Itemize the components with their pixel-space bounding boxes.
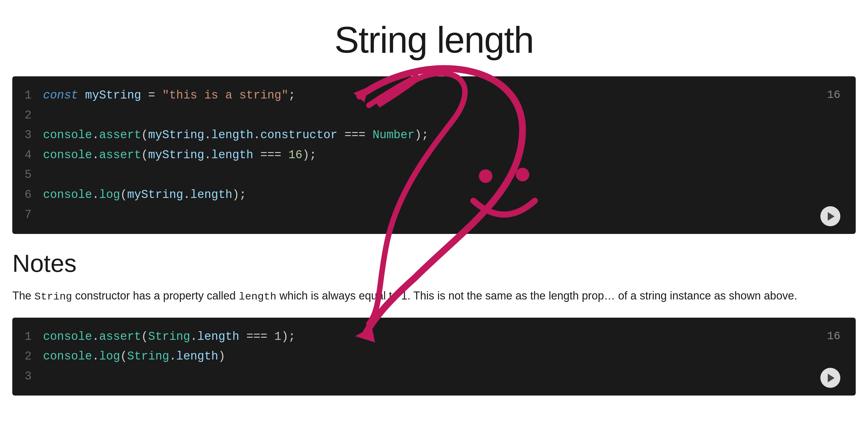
notes-heading: Notes	[12, 249, 856, 278]
output-badge-1: 16	[827, 86, 840, 104]
run-button-1[interactable]	[820, 206, 840, 226]
line-number-1: 1	[25, 86, 34, 106]
code-block-1: 16 1 const myString = "this is a string"…	[12, 76, 856, 234]
code-content-4: console.assert(myString.length === 16);	[43, 145, 843, 165]
code-block2-line-number-2: 2	[25, 346, 34, 367]
line-number-7: 7	[25, 205, 34, 225]
line-number-6: 6	[25, 185, 34, 205]
run-button-2[interactable]	[820, 368, 840, 388]
code-block2-line-3: 3	[25, 367, 843, 387]
code-line-4: 4 console.assert(myString.length === 16)…	[25, 145, 843, 165]
code-block2-line-number-3: 3	[25, 367, 34, 387]
code-line-3: 3 console.assert(myString.length.constru…	[25, 125, 843, 145]
code-content-7	[43, 205, 843, 225]
line-number-5: 5	[25, 165, 34, 185]
line-number-3: 3	[25, 125, 34, 145]
output-badge-2: 16	[827, 327, 840, 346]
page-title: String length	[12, 19, 856, 61]
code-content-1: const myString = "this is a string";	[43, 86, 843, 106]
code-block2-content-1: console.assert(String.length === 1);	[43, 327, 843, 347]
code-block2-line-number-1: 1	[25, 327, 34, 347]
code-line-2: 2	[25, 106, 843, 125]
code-block2-line-1: 1 console.assert(String.length === 1);	[25, 327, 843, 347]
code-block-2: 16 1 console.assert(String.length === 1)…	[12, 318, 856, 396]
notes-text: The String constructor has a property ca…	[12, 287, 856, 305]
code-line-6: 6 console.log(myString.length);	[25, 185, 843, 205]
code-content-3: console.assert(myString.length.construct…	[43, 125, 843, 145]
code-content-6: console.log(myString.length);	[43, 185, 843, 205]
line-number-4: 4	[25, 145, 34, 165]
code-line-5: 5	[25, 165, 843, 185]
code-block2-content-2: console.log(String.length)	[43, 346, 843, 367]
code-content-5	[43, 165, 843, 185]
code-content-2	[43, 106, 843, 125]
line-number-2: 2	[25, 106, 34, 125]
code-block2-line-2: 2 console.log(String.length)	[25, 346, 843, 367]
code-line-1: 1 const myString = "this is a string";	[25, 86, 843, 106]
code-block2-content-3	[43, 367, 843, 387]
code-line-7: 7	[25, 205, 843, 225]
